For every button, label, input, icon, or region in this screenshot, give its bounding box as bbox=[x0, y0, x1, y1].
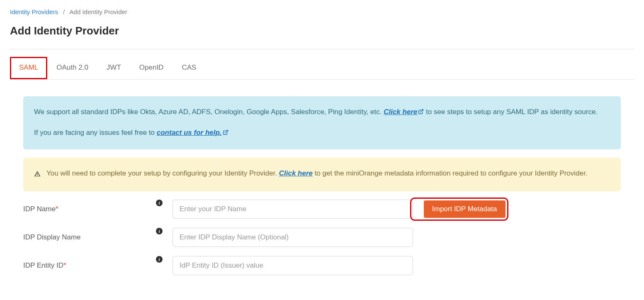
tabs: SAML OAuth 2.0 JWT OpenID CAS bbox=[10, 57, 634, 80]
label-idp-name: IDP Name* bbox=[23, 205, 156, 213]
breadcrumb-parent-link[interactable]: Identity Providers bbox=[10, 8, 58, 15]
form-row-idp-name: IDP Name* i Import IDP Metadata bbox=[23, 200, 621, 219]
info-text-b: to see steps to setup any SAML IDP as id… bbox=[424, 108, 598, 116]
warning-text: You will need to complete your setup by … bbox=[46, 168, 587, 180]
warning-alert: You will need to complete your setup by … bbox=[23, 158, 621, 191]
import-button-highlight: Import IDP Metadata bbox=[413, 200, 505, 218]
breadcrumb-current: Add Identity Provider bbox=[70, 8, 127, 15]
required-asterisk: * bbox=[63, 261, 66, 269]
info-icon-wrap: i bbox=[156, 256, 173, 263]
svg-line-1 bbox=[225, 130, 227, 133]
info-alert: We support all standard IDPs like Okta, … bbox=[23, 96, 621, 149]
required-asterisk: * bbox=[56, 205, 58, 213]
info-icon[interactable]: i bbox=[156, 200, 163, 206]
warn-text-b: to get the miniOrange metadata informati… bbox=[313, 169, 587, 177]
import-idp-metadata-button[interactable]: Import IDP Metadata bbox=[424, 200, 505, 218]
info-icon[interactable]: i bbox=[156, 228, 163, 234]
idp-display-name-input[interactable] bbox=[173, 228, 413, 247]
external-link-icon bbox=[418, 107, 424, 119]
warn-text-a: You will need to complete your setup by … bbox=[46, 169, 279, 177]
divider bbox=[10, 49, 634, 49]
content-area: We support all standard IDPs like Okta, … bbox=[10, 96, 634, 275]
info-icon-wrap: i bbox=[156, 228, 173, 234]
idp-entity-id-input[interactable] bbox=[173, 256, 413, 275]
info-alert-p1: We support all standard IDPs like Okta, … bbox=[34, 106, 610, 119]
info-icon[interactable]: i bbox=[156, 256, 163, 263]
label-idp-display-name: IDP Display Name bbox=[23, 233, 156, 241]
form-row-idp-display-name: IDP Display Name i bbox=[23, 228, 621, 247]
breadcrumb-separator: / bbox=[63, 8, 65, 15]
tab-oauth[interactable]: OAuth 2.0 bbox=[47, 57, 97, 79]
form-row-idp-entity-id: IDP Entity ID* i bbox=[23, 256, 621, 275]
tab-jwt[interactable]: JWT bbox=[97, 57, 130, 79]
tab-openid[interactable]: OpenID bbox=[130, 57, 173, 79]
info-text-a: We support all standard IDPs like Okta, … bbox=[34, 108, 384, 116]
page-title: Add Identity Provider bbox=[10, 24, 634, 37]
external-link-icon bbox=[223, 127, 228, 139]
info-icon-wrap: i bbox=[156, 200, 173, 206]
breadcrumb: Identity Providers / Add Identity Provid… bbox=[10, 8, 634, 15]
tab-cas[interactable]: CAS bbox=[173, 57, 205, 79]
info-link-contact[interactable]: contact us for help. bbox=[157, 129, 228, 137]
svg-line-0 bbox=[420, 110, 423, 112]
info-text-c: If you are facing any issues feel free t… bbox=[34, 129, 157, 137]
idp-name-input[interactable] bbox=[173, 200, 413, 219]
info-link-click-here[interactable]: Click here bbox=[384, 108, 424, 116]
info-alert-p2: If you are facing any issues feel free t… bbox=[34, 127, 610, 139]
warning-icon bbox=[34, 169, 41, 181]
warn-link-click-here[interactable]: Click here bbox=[279, 169, 313, 177]
label-idp-entity-id: IDP Entity ID* bbox=[23, 261, 156, 270]
tab-saml[interactable]: SAML bbox=[10, 57, 47, 79]
